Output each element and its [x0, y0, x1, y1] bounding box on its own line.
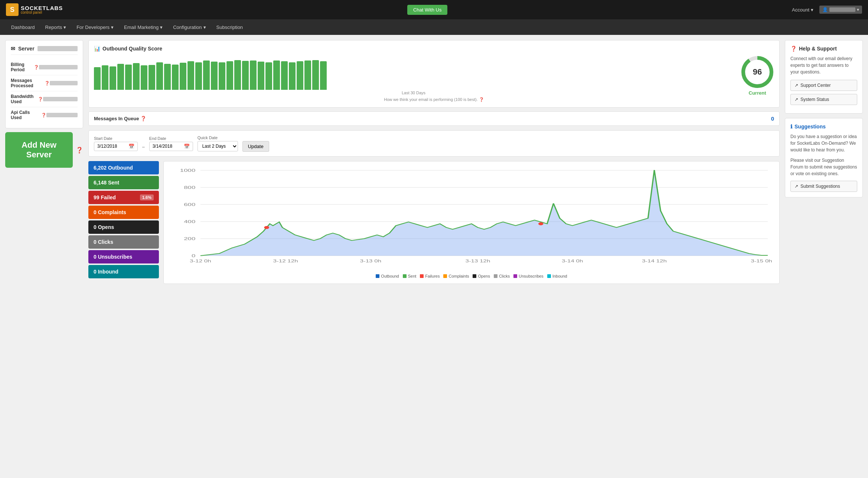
- legend-clicks: Clicks: [494, 274, 510, 278]
- calendar-icon-end[interactable]: 📅: [184, 144, 190, 149]
- bandwidth-help-icon[interactable]: ❓: [38, 97, 43, 102]
- brand-sub: control panel: [21, 11, 63, 14]
- svg-marker-14: [200, 170, 768, 256]
- quality-score-value: 96: [753, 67, 762, 77]
- header: S SOCKETLABS control panel Chat With Us …: [0, 0, 868, 19]
- left-panel: ✉ Server Billing Period ❓ Messages Proce…: [5, 40, 83, 284]
- nav-email-marketing[interactable]: Email Marketing ▾: [119, 19, 168, 35]
- api-calls-label: Api Calls Used ❓: [11, 110, 46, 120]
- external-link-icon-support: ↗: [794, 83, 798, 88]
- failed-label: 99 Failed: [94, 194, 116, 200]
- queue-help-icon[interactable]: ❓: [140, 116, 146, 121]
- quality-bar: [320, 61, 327, 90]
- calendar-icon-start[interactable]: 📅: [128, 144, 134, 149]
- bandwidth-used-label: Bandwidth Used ❓: [11, 94, 43, 104]
- server-card-header: ✉ Server: [11, 46, 78, 55]
- update-button[interactable]: Update: [242, 141, 269, 152]
- billing-period-label: Billing Period ❓: [11, 62, 39, 72]
- support-center-button[interactable]: ↗ Support Center: [790, 80, 857, 91]
- user-button[interactable]: 👤 ▾: [819, 6, 862, 14]
- legend-sent: Sent: [403, 274, 417, 278]
- donut-chart: 96: [741, 55, 774, 89]
- quality-bar: [234, 60, 241, 90]
- quality-bar: [94, 67, 101, 90]
- quality-bar: [289, 62, 296, 90]
- nav-configuration[interactable]: Configuration ▾: [168, 19, 211, 35]
- quality-right: 96 Current: [741, 55, 774, 96]
- account-button[interactable]: Account ▾: [792, 7, 813, 13]
- add-server-area: Add New Server ❓: [5, 132, 83, 168]
- chart-card: 1000 800 600 400 200 0 3-12 0h 3-12 12h: [163, 161, 780, 284]
- stat-unsubscribes[interactable]: 0 Unsubscribes: [88, 250, 159, 263]
- start-date-input[interactable]: [97, 144, 127, 149]
- nav-dashboard[interactable]: Dashboard: [6, 19, 40, 35]
- quality-bar: [195, 62, 202, 90]
- quality-bar: [102, 65, 108, 89]
- api-calls-help-icon[interactable]: ❓: [41, 113, 46, 118]
- header-right: Account ▾ 👤 ▾: [792, 6, 862, 14]
- quality-bar: [258, 62, 264, 90]
- submit-suggestions-button[interactable]: ↗ Submit Suggestions: [790, 181, 857, 192]
- nav-developers[interactable]: For Developers ▾: [71, 19, 119, 35]
- quality-bar: [312, 60, 319, 90]
- queue-label: Messages In Queue ❓: [94, 116, 146, 121]
- svg-text:600: 600: [184, 202, 195, 207]
- billing-period-value: [39, 65, 78, 69]
- queue-card: Messages In Queue ❓ 0: [88, 111, 780, 126]
- svg-text:3-15 0h: 3-15 0h: [751, 259, 772, 263]
- complaints-label: 0 Complaints: [94, 209, 126, 215]
- legend-failures: Failures: [420, 274, 440, 278]
- start-date-input-wrap: 📅: [94, 142, 138, 151]
- right-panel: ❓ Help & Support Connect with our email …: [785, 40, 863, 284]
- quality-bar: [164, 64, 171, 90]
- account-label: Account: [792, 7, 809, 13]
- add-new-server-button[interactable]: Add New Server: [5, 132, 73, 168]
- bar-chart-area: Last 30 Days: [94, 56, 733, 95]
- stat-outbound[interactable]: 6,202 Outbound: [88, 161, 159, 174]
- quality-current-label: Current: [749, 90, 766, 96]
- opens-label: 0 Opens: [94, 224, 114, 230]
- stat-inbound[interactable]: 0 Inbound: [88, 265, 159, 278]
- nav-subscription[interactable]: Subscription: [211, 19, 248, 35]
- queue-value: 0: [771, 115, 774, 122]
- quick-date-select[interactable]: Last 2 Days Last 7 Days Last 14 Days Las…: [198, 141, 238, 151]
- stat-complaints[interactable]: 0 Complaints: [88, 206, 159, 219]
- legend-dot-inbound: [547, 274, 551, 278]
- system-status-button[interactable]: ↗ System Status: [790, 94, 857, 105]
- legend-dot-complaints: [443, 274, 447, 278]
- brand-name: SOCKETLABS: [21, 5, 63, 11]
- end-date-input-wrap: 📅: [149, 142, 193, 151]
- logo-icon: S: [6, 3, 19, 16]
- end-date-input[interactable]: [153, 144, 182, 149]
- billing-help-icon[interactable]: ❓: [34, 65, 39, 70]
- main-chart: 1000 800 600 400 200 0 3-12 0h 3-12 12h: [169, 167, 774, 271]
- end-date-group: End Date 📅: [149, 136, 193, 151]
- legend-outbound: Outbound: [376, 274, 399, 278]
- legend-dot-outbound: [376, 274, 379, 278]
- chat-button[interactable]: Chat With Us: [407, 5, 448, 15]
- stat-sent[interactable]: 6,148 Sent: [88, 176, 159, 189]
- external-link-icon-status: ↗: [794, 97, 798, 102]
- messages-processed-label: Messages Processed ❓: [11, 78, 50, 88]
- stats-column: 6,202 Outbound 6,148 Sent 99 Failed 1.6%…: [88, 161, 159, 284]
- envelope-icon: ✉: [11, 46, 15, 52]
- add-server-help-icon[interactable]: ❓: [76, 147, 83, 154]
- legend-inbound: Inbound: [547, 274, 567, 278]
- quality-bar: [117, 64, 124, 90]
- svg-text:3-12 0h: 3-12 0h: [190, 259, 211, 263]
- quality-bar: [211, 62, 218, 90]
- end-date-label: End Date: [149, 136, 193, 141]
- messages-help-icon[interactable]: ❓: [45, 81, 50, 86]
- quality-header: 📊 Outbound Quality Score: [94, 46, 774, 52]
- nav-reports[interactable]: Reports ▾: [40, 19, 72, 35]
- svg-point-15: [264, 226, 269, 229]
- legend-unsubscribes: Unsubscribes: [513, 274, 544, 278]
- stat-failed[interactable]: 99 Failed 1.6%: [88, 191, 159, 204]
- bar-chart-icon: 📊: [94, 46, 100, 52]
- quality-footer: How we think your email is performing (1…: [94, 97, 774, 102]
- svg-text:800: 800: [184, 185, 195, 190]
- stat-opens[interactable]: 0 Opens: [88, 220, 159, 234]
- date-separator: –: [142, 144, 145, 150]
- stat-clicks[interactable]: 0 Clicks: [88, 235, 159, 249]
- server-info-card: ✉ Server Billing Period ❓ Messages Proce…: [5, 40, 83, 128]
